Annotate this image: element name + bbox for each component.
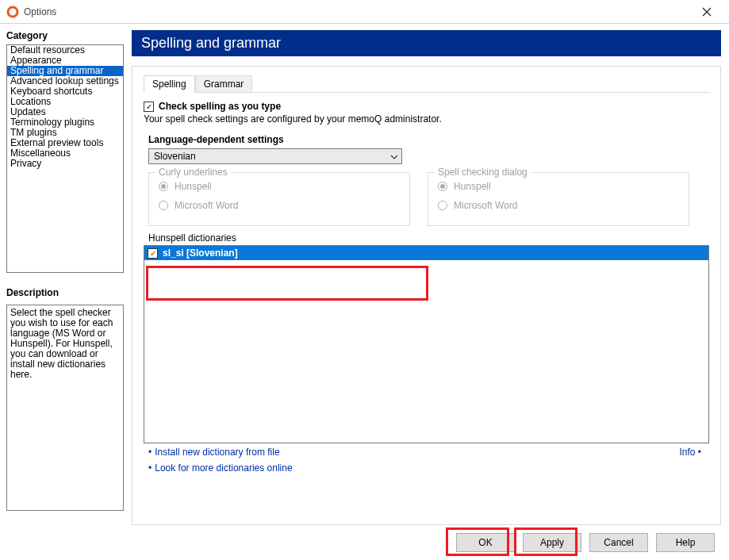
admin-note: Your spell check settings are configured… xyxy=(144,113,709,125)
dictionary-item[interactable]: ✓ sl_si [Slovenian] xyxy=(144,246,708,260)
check-spelling-checkbox[interactable]: ✓ xyxy=(144,102,154,112)
category-item[interactable]: Privacy xyxy=(7,159,123,169)
chevron-down-icon xyxy=(390,152,398,163)
radio-label: Microsoft Word xyxy=(454,200,517,211)
radio-icon xyxy=(438,182,447,191)
language-select[interactable]: Slovenian xyxy=(148,148,402,164)
category-label: Category xyxy=(6,30,124,41)
close-button[interactable] xyxy=(691,1,723,23)
radio-msword-dialog[interactable]: Microsoft Word xyxy=(438,200,679,211)
install-dict-link[interactable]: Install new dictionary from file xyxy=(155,447,279,458)
radio-label: Hunspell xyxy=(175,181,212,192)
titlebar: Options xyxy=(0,0,729,24)
app-icon xyxy=(6,6,19,18)
spellcheck-dialog-group: Spell checking dialog Hunspell Microsoft… xyxy=(428,172,689,226)
svg-point-0 xyxy=(8,7,17,17)
radio-hunspell-dialog[interactable]: Hunspell xyxy=(438,181,679,192)
dialog-footer: OK Apply Cancel Help xyxy=(0,525,729,560)
ok-button[interactable]: OK xyxy=(456,533,515,552)
lang-settings-label: Language-dependent settings xyxy=(148,134,709,145)
tabs: Spelling Grammar xyxy=(144,75,709,93)
curly-legend: Curly underlines xyxy=(155,167,231,178)
radio-icon xyxy=(438,201,447,210)
check-spelling-row[interactable]: ✓ Check spelling as you type xyxy=(144,101,709,112)
radio-icon xyxy=(159,182,168,191)
settings-panel: Spelling Grammar ✓ Check spelling as you… xyxy=(132,66,721,525)
radio-icon xyxy=(159,201,168,210)
dialog-legend: Spell checking dialog xyxy=(435,167,531,178)
apply-button[interactable]: Apply xyxy=(523,533,581,552)
tab-grammar[interactable]: Grammar xyxy=(195,75,253,93)
tab-spelling[interactable]: Spelling xyxy=(144,75,195,93)
radio-hunspell-curly[interactable]: Hunspell xyxy=(159,181,400,192)
language-selected: Slovenian xyxy=(154,151,196,162)
info-link[interactable]: Info • xyxy=(679,447,704,458)
right-pane: Spelling and grammar Spelling Grammar ✓ … xyxy=(127,24,729,525)
curly-underlines-group: Curly underlines Hunspell Microsoft Word xyxy=(148,172,410,226)
dict-label: sl_si [Slovenian] xyxy=(163,247,238,259)
check-spelling-label: Check spelling as you type xyxy=(159,101,281,112)
radio-label: Hunspell xyxy=(454,181,491,192)
cancel-button[interactable]: Cancel xyxy=(589,533,648,552)
category-list[interactable]: Default resources Appearance Spelling an… xyxy=(6,44,124,273)
hunspell-dict-label: Hunspell dictionaries xyxy=(148,232,709,244)
radio-msword-curly[interactable]: Microsoft Word xyxy=(159,200,400,211)
window-title: Options xyxy=(24,6,691,17)
help-button[interactable]: Help xyxy=(656,533,715,552)
dictionary-list[interactable]: ✓ sl_si [Slovenian] xyxy=(144,245,709,443)
left-pane: Category Default resources Appearance Sp… xyxy=(0,24,127,525)
description-label: Description xyxy=(6,287,124,298)
radio-label: Microsoft Word xyxy=(175,200,238,211)
description-box: Select the spell checker you wish to use… xyxy=(6,305,124,511)
more-dicts-link[interactable]: Look for more dictionaries online xyxy=(155,462,292,474)
page-title: Spelling and grammar xyxy=(132,30,721,56)
dict-checkbox[interactable]: ✓ xyxy=(148,248,158,259)
